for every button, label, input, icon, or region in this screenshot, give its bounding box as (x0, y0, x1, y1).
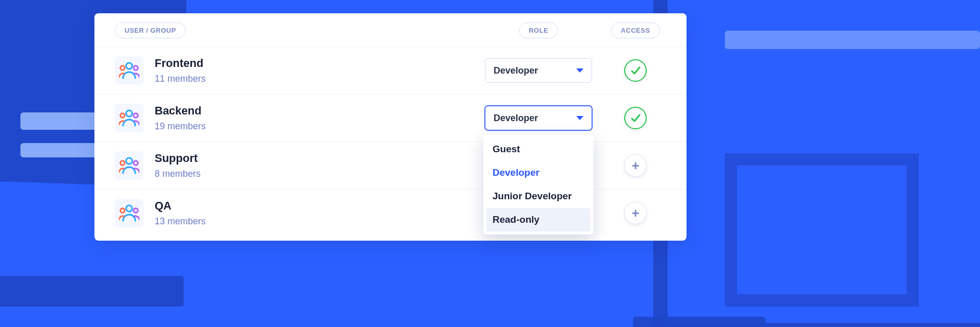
role-option[interactable]: Junior Developer (483, 184, 594, 208)
people-icon (119, 204, 139, 222)
access-cell: + (605, 154, 666, 177)
group-avatar (115, 104, 143, 132)
role-select-value: Developer (494, 65, 538, 76)
group-members: 13 members (155, 216, 206, 227)
group-name: Backend (155, 104, 206, 118)
plus-icon: + (631, 206, 639, 220)
add-access-button[interactable]: + (624, 154, 647, 177)
role-option[interactable]: Read-only (486, 208, 591, 231)
group-name: Support (155, 152, 201, 165)
group-cell: QA13 members (115, 199, 472, 227)
permissions-card: USER / GROUP ROLE ACCESS Frontend11 memb… (94, 13, 687, 241)
chevron-down-icon (576, 68, 583, 73)
group-avatar (115, 56, 143, 85)
access-cell: + (605, 202, 666, 224)
group-members: 8 members (155, 169, 201, 179)
table-row: Backend19 membersDeveloperGuestDeveloper… (94, 95, 687, 142)
group-name: Frontend (155, 57, 206, 70)
access-cell (605, 59, 666, 82)
group-avatar (115, 199, 143, 227)
table-row: Frontend11 membersDeveloper (94, 47, 687, 95)
table-row: QA13 members+ (94, 190, 687, 237)
people-icon (119, 61, 139, 80)
group-members: 11 members (155, 74, 206, 84)
check-icon (630, 113, 641, 123)
role-select[interactable]: Developer (485, 58, 592, 83)
group-name: QA (155, 199, 206, 213)
table-header: USER / GROUP ROLE ACCESS (94, 13, 687, 47)
people-icon (119, 156, 139, 175)
add-access-button[interactable]: + (624, 202, 647, 224)
column-role: ROLE (519, 22, 558, 38)
check-icon (630, 65, 641, 76)
group-cell: Support8 members (115, 151, 472, 180)
role-select-value: Developer (494, 113, 538, 124)
access-cell (605, 107, 666, 129)
plus-icon: + (631, 159, 639, 172)
column-access: ACCESS (611, 22, 659, 38)
group-cell: Backend19 members (115, 104, 472, 132)
group-cell: Frontend11 members (115, 56, 472, 85)
group-avatar (115, 151, 143, 180)
role-dropdown: GuestDeveloperJunior DeveloperRead-only (483, 134, 594, 235)
role-cell: Developer (482, 58, 595, 83)
role-option[interactable]: Developer (483, 161, 594, 184)
group-members: 19 members (155, 121, 206, 132)
people-icon (119, 109, 139, 127)
role-select[interactable]: Developer (485, 106, 592, 130)
access-granted-badge[interactable] (624, 107, 647, 129)
access-granted-badge[interactable] (624, 59, 647, 82)
table-row: Support8 members+ (94, 142, 687, 190)
column-user-group: USER / GROUP (115, 22, 186, 38)
chevron-down-icon (576, 116, 583, 120)
role-option[interactable]: Guest (483, 137, 594, 161)
role-cell: DeveloperGuestDeveloperJunior DeveloperR… (482, 106, 595, 130)
